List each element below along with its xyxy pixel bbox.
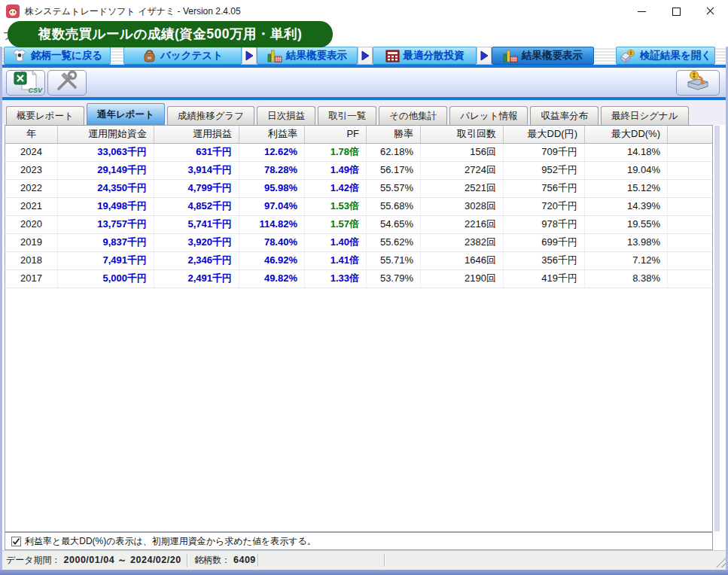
cell-trades: 2382回 (421, 234, 504, 251)
nav-arrow-2[interactable] (358, 47, 373, 65)
column-header[interactable]: 最大DD(円) (504, 126, 585, 143)
cell-filler (668, 270, 712, 288)
tab-return-distribution[interactable]: 収益率分布 (530, 106, 599, 125)
wrench-icon (54, 71, 80, 95)
nav-backtest[interactable]: バックテスト (123, 47, 242, 65)
cell-year: 2022 (5, 180, 58, 197)
vertical-scrollbar[interactable] (714, 126, 720, 531)
cell-win: 56.17% (367, 162, 421, 179)
column-header[interactable]: 勝率 (367, 126, 421, 143)
cell-trades: 156回 (421, 144, 504, 161)
cell-year: 2020 (5, 216, 58, 233)
cell-year: 2019 (5, 234, 58, 251)
symbol-count-label: 銘柄数： (194, 555, 230, 565)
cell-year: 2024 (5, 144, 58, 161)
cell-start: 24,350千円 (58, 180, 154, 197)
cell-trades: 2190回 (421, 270, 504, 288)
tab-daily-pl[interactable]: 日次損益 (257, 106, 315, 125)
nav-result-summary-2[interactable]: 結果概要表示 (492, 47, 594, 65)
tab-annual-report[interactable]: 通年レポート (87, 103, 165, 125)
tab-performance-graph[interactable]: 成績推移グラフ (167, 106, 254, 125)
table-row[interactable]: 202013,757千円5,741千円114.82%1.57倍54.65%221… (5, 216, 712, 234)
cell-dd_pct: 19.55% (585, 216, 668, 233)
play-arrow-icon (480, 50, 489, 61)
nav-back-to-list[interactable]: 銘柄一覧に戻る (4, 47, 111, 65)
column-header[interactable]: 運用開始資金 (58, 126, 154, 143)
cell-rate: 46.92% (239, 252, 305, 269)
cell-start: 5,000千円 (58, 270, 154, 288)
cell-win: 55.68% (367, 198, 421, 215)
tabs-bar: 概要レポート通年レポート成績推移グラフ日次損益取引一覧その他集計パレット情報収益… (6, 103, 691, 125)
cell-filler (668, 180, 712, 197)
cell-dd_yen: 720千円 (504, 198, 585, 215)
cell-start: 19,498千円 (58, 198, 154, 215)
table-row[interactable]: 202224,350千円4,799千円95.98%1.42倍55.57%2521… (5, 180, 712, 198)
cell-rate: 97.04% (239, 198, 305, 215)
status-separator (257, 554, 259, 567)
cell-start: 29,149千円 (58, 162, 154, 179)
tab-last-day-signal[interactable]: 最終日シグナル (601, 106, 689, 125)
table-row[interactable]: 202119,498千円4,852千円97.04%1.53倍55.68%3028… (5, 198, 712, 216)
close-button[interactable] (693, 0, 728, 23)
cell-profit: 4,799千円 (154, 180, 239, 197)
cell-year: 2023 (5, 162, 58, 179)
cell-pf: 1.78倍 (305, 144, 367, 161)
column-header[interactable]: 最大DD(%) (585, 126, 668, 143)
window-frame-bottom (0, 570, 728, 575)
open-box-icon (620, 49, 636, 63)
nav-open-results[interactable]: 検証結果を開く (616, 47, 715, 65)
nav-optimal-diversification[interactable]: 最適分散投資 (373, 47, 477, 65)
cell-dd_pct: 8.38% (585, 270, 668, 288)
tab-other-aggregates[interactable]: その他集計 (379, 106, 447, 125)
cell-profit: 2,491千円 (154, 270, 239, 288)
cell-profit: 631千円 (154, 144, 239, 161)
table-row[interactable]: 20199,837千円3,920千円78.40%1.40倍55.62%2382回… (5, 234, 712, 252)
toolbar: CSV (2, 68, 726, 97)
resize-grip[interactable] (716, 558, 726, 567)
tab-overview-report[interactable]: 概要レポート (6, 106, 84, 125)
dd-display-checkbox[interactable] (11, 537, 21, 546)
cell-rate: 78.40% (239, 234, 305, 251)
table-row[interactable]: 20175,000千円2,491千円49.82%1.33倍53.79%2190回… (5, 270, 712, 288)
cell-rate: 12.62% (239, 144, 305, 161)
cell-dd_pct: 15.12% (585, 180, 668, 197)
cell-filler (668, 234, 712, 251)
column-header[interactable]: 運用損益 (154, 126, 239, 143)
minimize-button[interactable] (624, 0, 659, 23)
cell-start: 9,837千円 (58, 234, 154, 251)
app-icon (6, 5, 20, 18)
cell-dd_yen: 709千円 (504, 144, 585, 161)
column-header[interactable]: 利益率 (239, 126, 305, 143)
window-title: 株システムトレードソフト イザナミ - Version 2.4.05 (25, 5, 241, 18)
annual-report-table: 年運用開始資金運用損益利益率PF勝率取引回数最大DD(円)最大DD(%) 202… (5, 125, 713, 532)
cell-profit: 4,852千円 (154, 198, 239, 215)
column-header[interactable]: PF (305, 126, 367, 143)
cell-pf: 1.42倍 (305, 180, 367, 197)
cell-trades: 2521回 (421, 180, 504, 197)
column-header[interactable]: 年 (5, 126, 58, 143)
table-row[interactable]: 20187,491千円2,346千円46.92%1.41倍55.71%1646回… (5, 252, 712, 270)
column-header[interactable]: 取引回数 (421, 126, 504, 143)
cell-dd_pct: 7.12% (585, 252, 668, 269)
nav-result-summary-1[interactable]: 結果概要表示 (257, 47, 358, 65)
titlebar: 株システムトレードソフト イザナミ - Version 2.4.05 (0, 0, 728, 23)
toolbar-fund-deposit-button[interactable] (676, 70, 720, 96)
nav-button-label: 結果概要表示 (286, 49, 347, 62)
tab-trade-list[interactable]: 取引一覧 (318, 106, 376, 125)
app-window: 株システムトレードソフト イザナミ - Version 2.4.05 ファイル(… (0, 0, 728, 575)
maximize-button[interactable] (659, 0, 693, 23)
nav-arrow-3[interactable] (477, 47, 492, 65)
nav-button-label: 銘柄一覧に戻る (31, 49, 102, 62)
tab-palette-info[interactable]: パレット情報 (449, 106, 528, 125)
data-period-label: データ期間： (6, 555, 61, 565)
toolbar-export-csv-button[interactable]: CSV (6, 70, 45, 96)
table-row[interactable]: 202433,063千円631千円12.62%1.78倍62.18%156回70… (5, 144, 712, 162)
cell-profit: 3,914千円 (154, 162, 239, 179)
toolbar-settings-button[interactable] (47, 70, 87, 96)
cell-trades: 2724回 (421, 162, 504, 179)
bar-chart-icon (503, 49, 518, 62)
cell-win: 53.79% (367, 270, 421, 288)
nav-arrow-1[interactable] (242, 47, 257, 65)
table-row[interactable]: 202329,149千円3,914千円78.28%1.49倍56.17%2724… (5, 162, 712, 180)
cell-trades: 3028回 (421, 198, 504, 215)
